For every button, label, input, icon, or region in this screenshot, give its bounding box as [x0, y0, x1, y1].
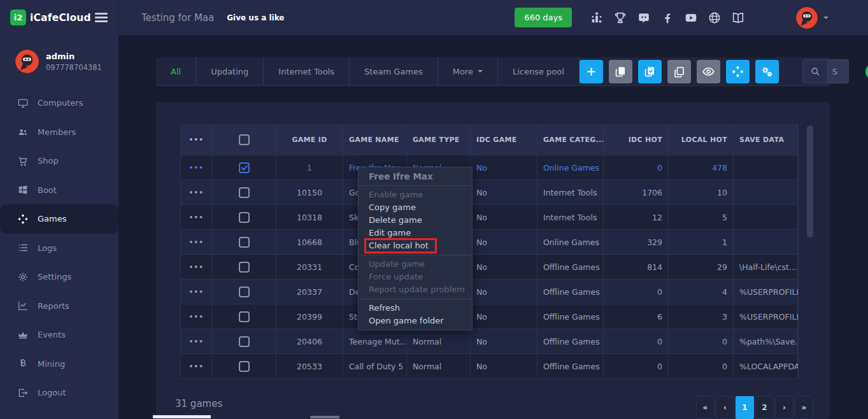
row-menu-button[interactable]: •••: [189, 288, 204, 295]
page-button-nav[interactable]: «: [696, 396, 715, 419]
sidebar-item-shop[interactable]: Shop: [0, 146, 118, 176]
docs-icon[interactable]: [731, 11, 745, 25]
cell-game-category: Online Games: [537, 155, 604, 180]
column-header-idc-hot[interactable]: IDC HOT: [604, 125, 669, 155]
row-checkbox[interactable]: [239, 361, 250, 372]
menu-item-delete-game[interactable]: Delete game: [359, 214, 472, 227]
layers-button[interactable]: [667, 60, 691, 83]
row-checkbox[interactable]: [239, 262, 250, 273]
page-button-1[interactable]: 1: [736, 396, 754, 419]
discord-icon[interactable]: [637, 11, 651, 25]
app-logo[interactable]: i2 iCafeCloud: [10, 10, 91, 25]
context-menu-group: Enable game Copy game Delete game Edit g…: [359, 186, 472, 255]
ranking-icon[interactable]: [590, 11, 604, 25]
sidebar-item-mining[interactable]: Mining: [0, 350, 118, 379]
sidebar-item-logout[interactable]: Logout: [0, 378, 118, 408]
cell-game-type: Normal: [407, 329, 471, 354]
menu-item-open-game-folder[interactable]: Open game folder: [359, 315, 472, 327]
sidebar-item-members[interactable]: Members: [0, 118, 118, 147]
tab-updating[interactable]: Updating: [196, 57, 264, 85]
announcement-button[interactable]: [865, 63, 868, 80]
user-menu[interactable]: [796, 7, 829, 29]
row-checkbox[interactable]: [239, 336, 250, 347]
column-header-idc-game[interactable]: IDC GAME: [471, 125, 537, 155]
column-header-game-name[interactable]: GAME NAME: [343, 125, 407, 155]
row-menu-button[interactable]: •••: [189, 363, 204, 370]
sidebar-item-reports[interactable]: Reports: [0, 292, 118, 321]
sidebar: admin 097778704381 Computers Members Sho…: [0, 35, 118, 419]
row-menu-button[interactable]: •••: [189, 264, 204, 271]
search-button[interactable]: [802, 59, 828, 83]
pagination: «‹12›»: [696, 396, 813, 419]
menu-item-edit-game[interactable]: Edit game: [359, 227, 472, 239]
cell-local-hot: 478: [669, 155, 734, 180]
page-button-nav[interactable]: »: [795, 396, 813, 419]
menu-toggle-icon[interactable]: [95, 13, 108, 22]
give-us-a-like-link[interactable]: Give us a like: [227, 13, 284, 22]
select-all-checkbox[interactable]: [239, 134, 250, 145]
sidebar-user: admin 097778704381: [0, 35, 118, 89]
sidebar-item-logs[interactable]: Logs: [0, 234, 118, 263]
row-menu-button[interactable]: •••: [189, 189, 204, 196]
globe-icon[interactable]: [708, 11, 722, 25]
copy-check-icon: [643, 65, 657, 78]
page-button-2[interactable]: 2: [755, 396, 774, 419]
row-menu-button[interactable]: •••: [189, 214, 204, 221]
menu-item-copy-game[interactable]: Copy game: [359, 201, 472, 214]
tab-internet-tools[interactable]: Internet Tools: [264, 57, 350, 85]
table-vertical-scrollbar[interactable]: [807, 125, 813, 238]
search-input[interactable]: S: [828, 59, 849, 83]
column-header-game-categ[interactable]: GAME CATEG...: [537, 125, 604, 155]
row-menu-button[interactable]: •••: [189, 164, 204, 171]
page-button-nav[interactable]: ›: [775, 396, 793, 419]
header-actions: •••: [181, 125, 213, 155]
tab-more[interactable]: More: [438, 57, 498, 85]
game-menu-button[interactable]: [726, 60, 750, 83]
menu-item-refresh[interactable]: Refresh: [359, 302, 472, 315]
tab-steam-games[interactable]: Steam Games: [350, 57, 438, 85]
page-button-nav[interactable]: ‹: [716, 396, 734, 419]
row-checkbox[interactable]: [239, 162, 250, 173]
horizontal-scrollbar-thumb[interactable]: [310, 416, 339, 418]
column-header-local-hot[interactable]: LOCAL HOT: [669, 125, 734, 155]
sidebar-item-events[interactable]: Events: [0, 320, 118, 350]
cell-game-category: Offline Games: [537, 304, 604, 329]
facebook-icon[interactable]: [660, 11, 674, 25]
sidebar-item-computers[interactable]: Computers: [0, 89, 118, 118]
row-checkbox[interactable]: [239, 237, 250, 248]
toolbar: S: [580, 59, 868, 83]
sidebar-item-games[interactable]: Games: [0, 204, 118, 234]
sidebar-item-label: Logout: [38, 388, 66, 397]
cell-game-category: Internet Tools: [537, 205, 604, 230]
tab-license-pool[interactable]: License pool: [498, 57, 580, 85]
cell-select: [213, 329, 276, 354]
visibility-button[interactable]: [697, 60, 720, 83]
add-game-button[interactable]: [580, 60, 603, 83]
tab-label: Updating: [211, 67, 248, 76]
row-menu-button[interactable]: •••: [189, 338, 204, 345]
sidebar-item-settings[interactable]: Settings: [0, 262, 118, 292]
cell-game-name[interactable]: Teenage Mut…: [343, 329, 407, 354]
multi-select-button[interactable]: [638, 60, 662, 83]
sidebar-item-boot[interactable]: Boot: [0, 176, 118, 205]
column-header-save-data[interactable]: SAVE DATA: [734, 125, 799, 155]
row-checkbox[interactable]: [239, 212, 250, 223]
avatar[interactable]: [796, 7, 818, 29]
horizontal-scrollbar-thumb[interactable]: [153, 415, 211, 418]
copy-games-button[interactable]: [609, 60, 632, 83]
column-header-game-id[interactable]: GAME ID: [276, 125, 343, 155]
days-badge[interactable]: 660 days: [515, 8, 572, 27]
row-menu-button[interactable]: •••: [189, 239, 204, 246]
row-checkbox[interactable]: [239, 187, 250, 198]
menu-item-clear-local-hot[interactable]: Clear local hot: [359, 239, 472, 252]
trophy-icon[interactable]: [613, 11, 627, 25]
row-checkbox[interactable]: [239, 287, 250, 297]
youtube-icon[interactable]: [684, 11, 698, 25]
game-settings-button[interactable]: [755, 60, 779, 83]
row-menu-button[interactable]: •••: [189, 313, 204, 320]
cell-actions: •••: [181, 230, 213, 255]
row-checkbox[interactable]: [239, 311, 250, 322]
tab-all[interactable]: All: [156, 57, 196, 85]
cell-game-name[interactable]: Call of Duty 5 …: [343, 354, 407, 379]
column-header-game-type[interactable]: GAME TYPE: [407, 125, 471, 155]
